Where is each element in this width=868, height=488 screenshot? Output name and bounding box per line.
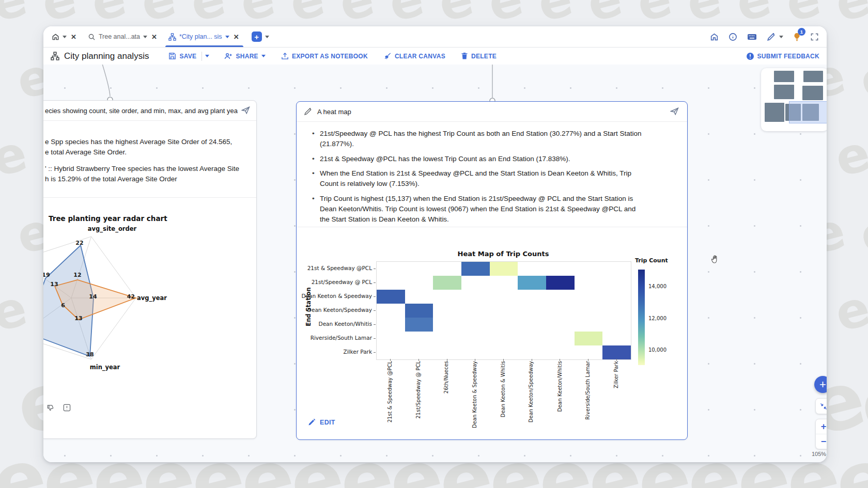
save-chevron-icon[interactable] [205, 55, 209, 57]
minimap[interactable] [761, 68, 827, 131]
divider [297, 227, 687, 227]
fit-view-button[interactable] [815, 398, 827, 414]
colorbar-tick-label: 14,000 [648, 284, 667, 289]
home-icon[interactable] [710, 33, 719, 41]
radar-axis-label: avg_site_order [88, 225, 137, 233]
tick [374, 296, 376, 297]
chevron-down-icon[interactable] [63, 36, 67, 38]
heatmap-cell[interactable] [546, 276, 575, 290]
heatmap-plot [376, 261, 631, 360]
new-tab-button[interactable]: + [252, 32, 262, 42]
heatmap-cell[interactable] [461, 262, 490, 276]
thumbs-down-icon[interactable] [47, 404, 55, 412]
tab-home[interactable]: ✕ [47, 26, 83, 47]
species-insight-card[interactable]: ecies showing count, site order, and min… [43, 100, 257, 439]
save-button[interactable]: SAVE [168, 52, 196, 60]
x-tick-label: Dean Keeton/Whitis [556, 361, 562, 412]
tab-label: Tree anal...ata [99, 33, 140, 40]
x-tick-label: Riverside/South Lamar [585, 361, 591, 420]
zoom-level: 105% [812, 451, 826, 457]
radar-value-label: 14 [89, 293, 97, 300]
x-tick-label: Zilker Park [613, 361, 619, 388]
fullscreen-icon[interactable] [811, 33, 818, 41]
app-window: ✕ Tree anal...ata ✕ *City plan... sis ✕ … [43, 26, 827, 462]
radar-value-label: 13 [50, 281, 58, 288]
keyboard-icon[interactable] [747, 33, 757, 41]
report-icon[interactable] [63, 404, 71, 412]
insight-bullet: Trip Count is highest (15,137) when the … [320, 194, 645, 224]
divider [202, 52, 202, 61]
send-icon[interactable] [241, 106, 250, 114]
export-notebook-button[interactable]: EXPORT AS NOTEBOOK [281, 52, 368, 60]
radar-value-label: 19 [43, 272, 50, 278]
minimap-card-thumb [802, 86, 823, 100]
x-tick-label: 21st & Speedway @PCL [387, 361, 393, 422]
submit-feedback-button[interactable]: SUBMIT FEEDBACK [746, 52, 820, 60]
tab-tree-analysis[interactable]: Tree anal...ata ✕ [83, 26, 163, 47]
insight-line: h is 15.29% of the total Average Site Or… [45, 174, 252, 184]
zoom-out-button[interactable]: − [816, 434, 827, 449]
x-tick-label: 26th/Nueces [444, 361, 450, 393]
share-label: SHARE [236, 53, 258, 60]
heatmap-cell[interactable] [405, 318, 433, 332]
clear-canvas-button[interactable]: CLEAR CANVAS [383, 52, 445, 60]
x-tick-label: Dean Keeton & Whitis [500, 361, 506, 417]
delete-button[interactable]: DELETE [461, 52, 497, 60]
send-icon[interactable] [670, 107, 679, 115]
heatmap-cell[interactable] [518, 276, 546, 290]
tick [374, 282, 376, 283]
tick [374, 338, 376, 339]
zoom-in-button[interactable]: + [816, 419, 827, 434]
species-insights: e Spp species has the highest Average Si… [45, 137, 252, 184]
insight-bullet: 21st/Speedway @ PCL has the highest Trip… [320, 129, 645, 149]
heatmap-card[interactable]: A heat map 21st/Speedway @ PCL has the h… [296, 101, 688, 440]
delete-label: DELETE [471, 53, 497, 60]
minimap-viewport[interactable] [789, 101, 827, 123]
minimap-card-thumb [774, 85, 794, 99]
tab-list-chevron-icon[interactable] [265, 36, 269, 38]
add-cell-button[interactable]: + [814, 376, 827, 393]
chevron-down-icon[interactable] [779, 36, 783, 38]
lightbulb-icon[interactable]: 1 [793, 33, 801, 41]
edit-button[interactable]: EDIT [308, 418, 335, 426]
heatmap-cell[interactable] [433, 276, 461, 290]
radar-value-label: 22 [75, 240, 83, 246]
radar-chart: Tree planting year radar chart 22 12 19 … [43, 204, 256, 380]
notification-badge: 1 [798, 28, 805, 36]
share-chevron-icon[interactable] [261, 55, 266, 57]
heatmap-cell[interactable] [490, 262, 518, 276]
close-icon[interactable]: ✕ [150, 33, 158, 41]
canvas[interactable]: ecies showing count, site order, and min… [43, 65, 827, 462]
export-label: EXPORT AS NOTEBOOK [292, 53, 368, 60]
x-tick-label: Dean Keeton & Speedway [472, 361, 477, 428]
tick [374, 352, 376, 353]
heatmap-cell[interactable] [602, 345, 631, 359]
heatmap-cell[interactable] [405, 304, 433, 318]
chevron-down-icon[interactable] [225, 36, 229, 38]
tab-bar: ✕ Tree anal...ata ✕ *City plan... sis ✕ … [43, 26, 827, 48]
radar-value-label: 42 [127, 293, 135, 300]
heatmap-cell[interactable] [377, 290, 405, 304]
y-tick-label: Dean Keeton & Speedway [297, 293, 372, 299]
home-icon [52, 33, 59, 41]
close-icon[interactable]: ✕ [233, 33, 240, 41]
magic-pen-icon[interactable] [767, 33, 776, 41]
clear-canvas-label: CLEAR CANVAS [395, 53, 445, 60]
share-button[interactable]: SHARE [224, 52, 266, 60]
tab-city-planning[interactable]: *City plan... sis ✕ [163, 26, 245, 47]
insight-bullets: 21st/Speedway @ PCL has the highest Trip… [320, 129, 645, 229]
insight-bullet: 21st & Speedway @PCL has the lowest Trip… [320, 154, 645, 164]
radar-axis-label: avg_year [137, 294, 167, 302]
minimap-card-thumb [774, 71, 794, 82]
tick [374, 324, 376, 325]
magic-pen-icon [304, 107, 312, 116]
explore-icon [88, 33, 96, 41]
insight-line: e Spp species has the highest Average Si… [45, 137, 252, 147]
tick [374, 310, 376, 311]
chevron-down-icon[interactable] [143, 36, 147, 38]
info-icon[interactable] [729, 33, 737, 41]
y-tick-label: Zilker Park [297, 349, 372, 355]
hand-cursor-icon [711, 255, 720, 264]
close-icon[interactable]: ✕ [70, 33, 78, 41]
heatmap-cell[interactable] [575, 332, 603, 345]
